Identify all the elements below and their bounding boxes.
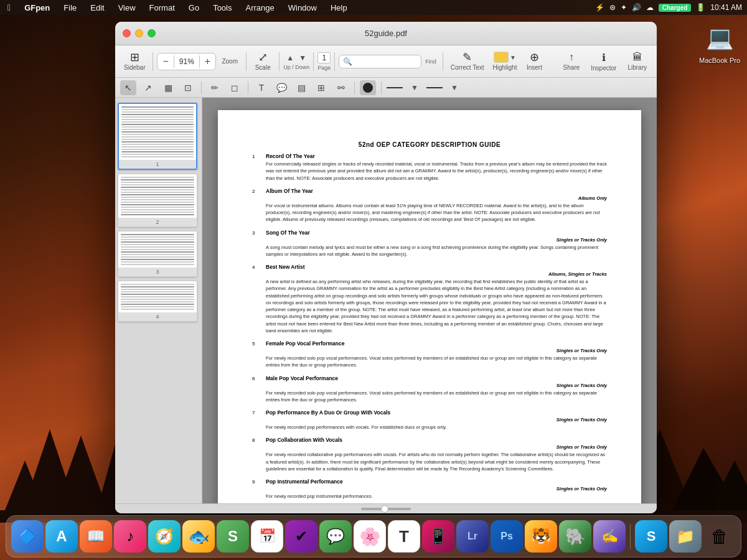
table-button[interactable]: ⊞ [313,80,329,95]
textedit-icon: T [399,527,409,546]
insert-button[interactable]: ⊕ Insert [522,48,547,75]
eraser-tool-button[interactable]: ◻ [227,80,243,95]
link-button[interactable]: ⚯ [333,80,349,95]
menu-window[interactable]: Window [286,2,319,14]
thumb-line [121,259,194,260]
dock-icon-app3[interactable]: 🐯 [525,520,557,553]
sidebar-thumb-3[interactable]: 3 [118,231,197,277]
dock-icon-trash[interactable]: 🗑 [703,520,736,553]
safari-icon: 🧭 [155,528,174,545]
dock-icon-photos[interactable]: 🌸 [354,520,386,553]
thumb-line [121,126,194,128]
highlight-button[interactable]: ▼ Highlight [489,48,521,75]
entry-content-9: Pop Instrumental Performance Singles or … [266,478,607,500]
sidebar-thumb-1[interactable]: 1 [118,103,197,170]
menu-help[interactable]: Help [328,2,350,14]
inspector-button[interactable]: ℹ Inspector [586,49,621,74]
maximize-button[interactable] [148,29,156,37]
dock-icon-skype[interactable]: S [635,520,667,553]
scale-button[interactable]: ⤢ Scale [250,48,275,75]
dock-icon-finder2[interactable]: 📁 [669,520,702,553]
entry-content-1: Record Of The Year For commercially rele… [266,153,607,182]
menu-tools[interactable]: Tools [210,2,234,14]
sidebar-thumb-2[interactable]: 2 [118,174,197,227]
desktop-icon-macbook[interactable]: 💻 MacBook Pro [697,22,742,64]
dock-icon-omnifocus[interactable]: ✔ [285,520,317,553]
scroll-slider[interactable] [361,508,411,510]
menu-gfpen[interactable]: GFpen [22,2,52,14]
page-number-input[interactable]: 1 [317,52,331,63]
pdf-entry-1: 1 Record Of The Year For commercially re… [252,153,607,182]
thumb-line [121,291,194,292]
sidebar-toggle-button[interactable]: ⊞ Sidebar [120,48,149,75]
zoom-plus-button[interactable]: + [200,54,215,70]
sidebar-icon: ⊞ [130,52,139,63]
messages-icon: 💬 [326,528,345,545]
line-style-3-button[interactable] [426,80,443,95]
line-style-1-button[interactable] [387,80,403,95]
dock-icon-finder[interactable]: 🔷 [11,520,44,553]
menu-arrange[interactable]: Arrange [243,2,276,14]
highlight-text-button[interactable]: ▤ [293,80,309,95]
trash-icon: 🗑 [711,526,728,547]
dock-icon-books[interactable]: 📖 [80,520,112,553]
window-toolbar: ⊞ Sidebar − 91% + Zoom ⤢ Scale ▲ ▼ [115,45,657,78]
close-button[interactable] [123,29,131,37]
library-button[interactable]: 🏛 Library [622,49,652,73]
dock-icon-fish[interactable]: 🐟 [182,520,215,553]
thumb-line [121,199,194,200]
entry-content-8: Pop Collaboration With Vocals Singles or… [266,437,607,472]
dock-icon-photoshop[interactable]: Ps [491,520,523,553]
dock-icon-calendar[interactable]: 📅 [251,520,283,553]
thumb-line [121,151,194,152]
zoom-rect-tool-button[interactable]: ⊡ [180,80,196,95]
pencil-tool-button[interactable]: ✏ [207,80,223,95]
dock-icon-music[interactable]: ♪ [114,520,146,553]
dock-icon-messages[interactable]: 💬 [319,520,352,553]
app3-icon: 🐯 [531,527,551,546]
correct-text-button[interactable]: ✎ Correct Text [447,48,488,75]
find-input[interactable] [355,57,417,66]
dock-icon-safari[interactable]: 🧭 [148,520,181,553]
pdf-entry-9: 9 Pop Instrumental Performance Singles o… [252,478,607,500]
dock-icon-textedit[interactable]: T [388,520,420,553]
scroll-slider-thumb[interactable] [381,505,388,513]
thumb-line [121,251,194,253]
highlight-dropdown-arrow[interactable]: ▼ [510,54,516,61]
minimize-button[interactable] [135,29,143,37]
skype-icon: S [647,528,656,544]
circle-tool-button[interactable] [360,80,376,95]
zoom-minus-button[interactable]: − [157,54,173,70]
menu-view[interactable]: View [116,2,138,14]
line-style-4-button[interactable]: ▼ [446,80,463,95]
pdf-entry-5: 5 Female Pop Vocal Performance Singles o… [252,340,607,369]
dock-icon-evernote[interactable]: 🐘 [559,520,591,553]
apple-menu[interactable]:  [5,1,13,14]
toolbar-right-group: ↑ Share ℹ Inspector 🏛 Library [558,49,652,74]
pdf-page-area[interactable]: 52nd OEP CATEGORY DESCRIPTION GUIDE 1 Re… [202,98,657,503]
arrow-tool-button[interactable]: ↗ [140,80,156,95]
line-style-2-button[interactable]: ▼ [406,80,423,95]
menu-file[interactable]: File [61,2,79,14]
text-select-tool-button[interactable]: ▦ [160,80,176,95]
page-down-button[interactable]: ▼ [297,53,308,63]
selection-tool-button[interactable]: ↖ [120,80,136,95]
entry-text-6: For newly recorded solo pop vocal perfor… [266,390,607,404]
dock-icon-lightroom[interactable]: Lr [456,520,489,553]
dock-icon-app4[interactable]: ✍ [593,520,626,553]
menubar:  GFpen File Edit View Format Go Tools A… [0,0,747,15]
share-button[interactable]: ↑ Share [558,49,585,73]
dock-icon-app2[interactable]: 📱 [422,520,454,553]
menubar-left:  GFpen File Edit View Format Go Tools A… [5,1,350,14]
thumb-line [121,114,194,115]
page-up-button[interactable]: ▲ [284,53,296,63]
dock-icon-appstore[interactable]: A [45,520,78,553]
menu-format[interactable]: Format [147,2,177,14]
thumb-line [121,212,194,213]
sidebar-thumb-4[interactable]: 4 [118,281,197,322]
menu-edit[interactable]: Edit [88,2,106,14]
menu-go[interactable]: Go [186,2,202,14]
dock-icon-skype-alt[interactable]: S [217,520,249,553]
text-tool-button[interactable]: T [253,80,270,95]
speech-bubble-button[interactable]: 💬 [273,80,289,95]
